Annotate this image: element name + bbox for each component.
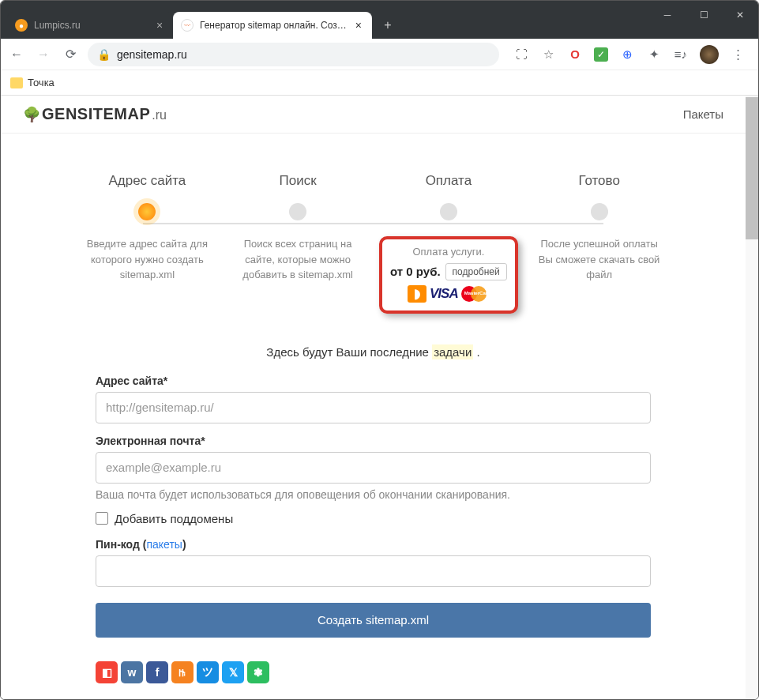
step-title: Оплата <box>426 173 472 189</box>
step-desc: Оплата услуги. <box>390 244 507 260</box>
mastercard-icon: MasterCard <box>461 285 490 303</box>
pin-input[interactable] <box>96 555 651 587</box>
step-desc: Поиск всех страниц на сайте, которые мож… <box>231 236 365 283</box>
titlebar: ● Lumpics.ru × 〰 Генератор sitemap онлай… <box>1 1 758 39</box>
url-bar[interactable]: 🔒 gensitemap.ru <box>88 43 499 66</box>
step-circle <box>289 203 306 220</box>
moymir-icon[interactable]: ツ <box>197 661 219 683</box>
avatar[interactable] <box>700 45 719 64</box>
favicon-gensitemap: 〰 <box>181 19 194 32</box>
bookmarks-bar: Точка <box>1 70 758 96</box>
logo-main: GENSITEMAP <box>42 105 150 123</box>
step-circle <box>440 203 457 220</box>
visa-icon: VISA <box>430 285 458 303</box>
step-circle <box>591 203 608 220</box>
recent-tasks-text: Здесь будут Ваши последние задачи . <box>1 329 746 367</box>
packages-link-inline[interactable]: пакеты <box>146 538 182 551</box>
step-title: Готово <box>578 173 620 189</box>
pin-label: Пин-код (пакеты) <box>96 538 651 551</box>
email-input[interactable] <box>96 452 651 484</box>
bookmark-item[interactable]: Точка <box>28 77 54 88</box>
tasks-link[interactable]: задачи <box>432 344 473 359</box>
step-payment: Оплата Оплата услуги. от 0 руб. подробне… <box>374 173 524 314</box>
step-address: Адрес сайта Введите адрес сайта для кото… <box>72 173 223 314</box>
tab-gensitemap[interactable]: 〰 Генератор sitemap онлайн. Соз… × <box>173 12 372 39</box>
scrollbar[interactable] <box>746 96 758 699</box>
ok-icon[interactable]: ꑛ <box>171 661 194 683</box>
globe-icon[interactable]: ⊕ <box>619 47 635 62</box>
extensions-icon[interactable]: ✦ <box>646 47 662 62</box>
site-header: 🌳 GENSITEMAP.ru Пакеты <box>1 96 746 134</box>
lock-icon: 🔒 <box>97 48 111 61</box>
payment-icons: ◗ VISA MasterCard <box>390 285 507 303</box>
new-tab-button[interactable]: + <box>377 14 399 36</box>
close-icon[interactable]: × <box>154 20 165 31</box>
price-text: от 0 руб. <box>390 265 441 278</box>
tab-title: Lumpics.ru <box>34 20 148 31</box>
details-button[interactable]: подробней <box>445 263 507 280</box>
subdomains-label: Добавить поддомены <box>115 512 233 525</box>
address-label: Адрес сайта* <box>96 374 651 387</box>
folder-icon <box>10 77 23 88</box>
evernote-icon[interactable]: ❃ <box>247 661 269 683</box>
url-text: gensitemap.ru <box>117 48 187 61</box>
opera-icon[interactable]: O <box>567 47 583 62</box>
step-search: Поиск Поиск всех страниц на сайте, котор… <box>223 173 374 314</box>
desktop-icon[interactable]: ⛶ <box>513 47 529 62</box>
maximize-button[interactable]: ☐ <box>686 1 722 29</box>
email-hint: Ваша почта будет использоваться для опов… <box>96 488 651 501</box>
close-icon[interactable]: × <box>353 20 364 31</box>
tab-lumpics[interactable]: ● Lumpics.ru × <box>7 12 173 39</box>
step-title: Поиск <box>280 173 317 189</box>
steps-wizard: Адрес сайта Введите адрес сайта для кото… <box>1 134 746 329</box>
subdomains-checkbox[interactable] <box>96 512 108 525</box>
tree-icon: 🌳 <box>23 106 40 123</box>
packages-link[interactable]: Пакеты <box>683 107 723 121</box>
address-input[interactable] <box>96 392 651 423</box>
star-icon[interactable]: ☆ <box>540 47 556 62</box>
facebook-icon[interactable]: f <box>146 661 168 683</box>
scrollbar-thumb[interactable] <box>746 97 758 239</box>
submit-button[interactable]: Создать sitemap.xml <box>96 603 651 638</box>
step-desc: Введите адрес сайта для которого нужно с… <box>80 236 214 283</box>
navbar: ← → ⟳ 🔒 gensitemap.ru ⛶ ☆ O ✓ ⊕ ✦ ≡♪ ⋮ <box>1 39 758 70</box>
vk-icon[interactable]: w <box>121 661 143 683</box>
social-buttons: ◧ w f ꑛ ツ 𝕏 ❃ <box>1 653 746 691</box>
social-icon[interactable]: ◧ <box>96 661 118 683</box>
back-button[interactable]: ← <box>7 45 26 64</box>
menu-icon[interactable]: ⋮ <box>730 47 746 62</box>
playlist-icon[interactable]: ≡♪ <box>673 47 689 62</box>
reload-button[interactable]: ⟳ <box>61 45 80 64</box>
logo-suffix: .ru <box>152 108 167 122</box>
step-desc: После успешной оплаты Вы сможете скачать… <box>532 236 667 283</box>
twitter-icon[interactable]: 𝕏 <box>222 661 244 683</box>
step-done: Готово После успешной оплаты Вы сможете … <box>524 173 674 314</box>
sitemap-form: Адрес сайта* Электронная почта* Ваша поч… <box>1 367 746 653</box>
yandex-money-icon: ◗ <box>408 285 426 303</box>
logo[interactable]: 🌳 GENSITEMAP.ru <box>23 105 167 123</box>
forward-button[interactable]: → <box>34 45 53 64</box>
tab-title: Генератор sitemap онлайн. Соз… <box>200 20 347 31</box>
close-button[interactable]: ✕ <box>722 1 758 29</box>
favicon-lumpics: ● <box>15 19 28 32</box>
check-icon[interactable]: ✓ <box>594 47 608 62</box>
minimize-button[interactable]: ─ <box>649 1 686 29</box>
step-circle <box>138 203 156 220</box>
email-label: Электронная почта* <box>96 435 651 447</box>
step-title: Адрес сайта <box>108 173 186 189</box>
